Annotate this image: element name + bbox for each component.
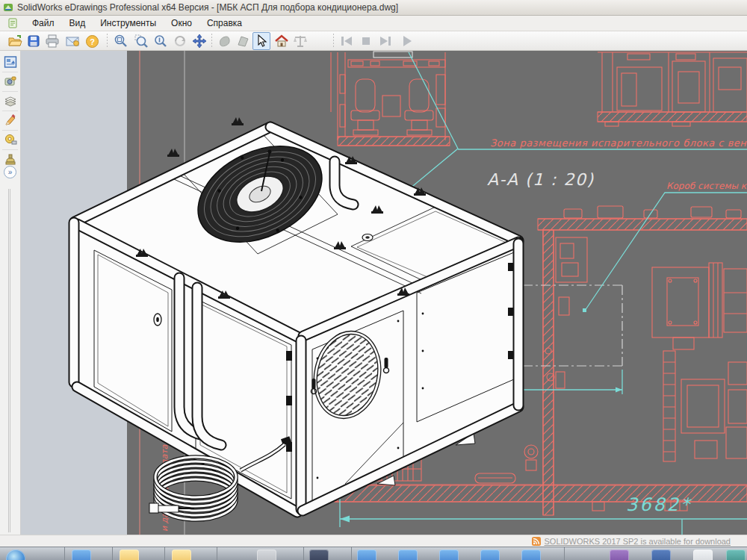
- play-icon: [400, 34, 415, 49]
- taskbar-item[interactable]: [120, 550, 139, 560]
- save-button[interactable]: [25, 32, 43, 50]
- pencil-icon: [4, 113, 17, 127]
- taskbar-item[interactable]: [521, 550, 541, 560]
- taskbar-separator: [164, 547, 165, 560]
- rss-icon: [532, 537, 541, 546]
- next-button[interactable]: [376, 32, 394, 50]
- taskbar-item[interactable]: [480, 550, 500, 560]
- taskbar-item[interactable]: [72, 550, 91, 560]
- open-folder-icon: [7, 34, 22, 49]
- menu-file[interactable]: Файл: [25, 16, 62, 30]
- zoom-button[interactable]: [152, 32, 170, 50]
- taskbar-item[interactable]: [651, 550, 671, 560]
- home-button[interactable]: [273, 32, 291, 50]
- menu-tools[interactable]: Инструменты: [93, 16, 164, 30]
- taskbar-item[interactable]: [398, 550, 418, 560]
- taskbar-item[interactable]: [610, 550, 629, 560]
- zoom-icon: [153, 34, 168, 49]
- taskbar-separator: [64, 547, 65, 560]
- select-cursor-icon: [255, 34, 268, 48]
- zoom-fit-button[interactable]: [112, 32, 130, 50]
- mass-properties-button[interactable]: [291, 32, 309, 50]
- tape-measure-icon: [4, 133, 17, 146]
- taskbar-item[interactable]: [439, 550, 459, 560]
- home-icon: [274, 34, 289, 49]
- taskbar-item[interactable]: [257, 550, 276, 560]
- duct-label: Короб системы к: [666, 181, 747, 191]
- shaded-icon: [217, 34, 232, 49]
- printer-icon: [45, 34, 60, 49]
- menu-window[interactable]: Окно: [164, 16, 199, 30]
- taskbar-separator: [303, 547, 304, 560]
- scales-icon: [293, 34, 308, 49]
- sidebar-separator: [2, 72, 18, 72]
- main-dimension: 3682*: [626, 494, 692, 515]
- taskbar-separator: [564, 547, 565, 560]
- toolbar-separator: [211, 34, 212, 49]
- previous-icon: [339, 34, 354, 49]
- previous-button[interactable]: [338, 32, 356, 50]
- document-icon: [7, 18, 19, 28]
- select-button[interactable]: [252, 32, 270, 50]
- layers-icon: [4, 94, 17, 108]
- expand-panel-button[interactable]: »: [4, 166, 16, 178]
- layers-button[interactable]: [2, 93, 19, 109]
- save-floppy-icon: [27, 34, 40, 48]
- rotate-icon: [173, 34, 187, 49]
- shaded-with-edges-icon: [235, 34, 250, 49]
- taskbar-separator: [112, 547, 113, 560]
- edrawings-app-icon: [3, 2, 13, 13]
- sheets-panel-button[interactable]: [2, 54, 19, 70]
- shaded-button[interactable]: [216, 32, 234, 50]
- start-button[interactable]: [6, 550, 25, 560]
- update-download-link[interactable]: SOLIDWORKS 2017 SP2 is available for dow…: [545, 537, 731, 546]
- panel-splitter[interactable]: [8, 189, 10, 532]
- print-button[interactable]: [43, 32, 61, 50]
- toolbar-separator: [107, 34, 108, 49]
- section-label: А-А (1 : 20): [487, 170, 595, 189]
- pan-icon: [192, 34, 207, 49]
- sidebar-separator: [2, 130, 18, 131]
- fan-sensor-tip: [268, 150, 272, 154]
- zone-label: Зона размещения испарительного блока с в…: [490, 137, 747, 149]
- measure-button[interactable]: [2, 131, 19, 148]
- menu-view[interactable]: Вид: [62, 16, 93, 30]
- cad-drawing: и дата Подп. и дата Взам: [21, 51, 747, 535]
- markup-button[interactable]: [2, 112, 19, 128]
- sheets-panel-icon: [4, 55, 17, 69]
- leader-endpoint: [583, 308, 586, 312]
- rotate-button[interactable]: [171, 32, 189, 50]
- taskbar-item[interactable]: [309, 550, 329, 560]
- stop-icon: [359, 34, 374, 49]
- taskbar-item[interactable]: [172, 550, 191, 560]
- main-toolbar: ?: [0, 31, 747, 51]
- taskbar-item[interactable]: [693, 550, 713, 560]
- drawing-viewport[interactable]: и дата Подп. и дата Взам: [21, 51, 747, 535]
- pan-button[interactable]: [190, 32, 208, 50]
- taskbar-item[interactable]: [357, 550, 376, 560]
- play-button[interactable]: [398, 32, 416, 50]
- zoom-fit-icon: [114, 34, 128, 49]
- stamp-button[interactable]: [2, 151, 19, 167]
- stop-button[interactable]: [357, 32, 375, 50]
- open-button[interactable]: [6, 32, 24, 50]
- send-email-button[interactable]: [63, 32, 81, 50]
- 3d-views-icon: [4, 75, 17, 88]
- shaded-with-edges-button[interactable]: [234, 32, 252, 50]
- taskbar-separator: [351, 547, 352, 560]
- sidebar-separator: [2, 111, 18, 111]
- next-icon: [378, 34, 393, 49]
- menu-help[interactable]: Справка: [199, 16, 249, 30]
- zoom-area-button[interactable]: [132, 32, 150, 50]
- window-title: SolidWorks eDrawings Professional x64 Ве…: [17, 2, 398, 13]
- stamp-icon: [4, 152, 17, 166]
- zoom-area-icon: [134, 34, 149, 49]
- taskbar-item[interactable]: [726, 550, 746, 560]
- sidebar-separator: [2, 149, 18, 150]
- 3d-views-button[interactable]: [2, 73, 19, 90]
- help-button[interactable]: ?: [83, 32, 101, 50]
- help-icon: ?: [85, 34, 99, 49]
- menu-bar: Файл Вид Инструменты Окно Справка: [0, 16, 747, 31]
- edrawings-window: SolidWorks eDrawings Professional x64 Ве…: [0, 0, 747, 560]
- taskbar-separator: [217, 547, 217, 560]
